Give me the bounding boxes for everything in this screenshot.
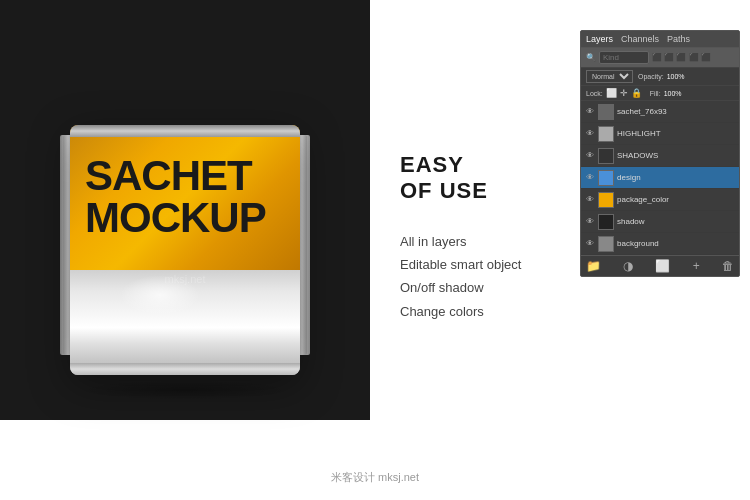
lock-label: Lock: — [586, 90, 603, 97]
opacity-label: Opacity: — [638, 73, 664, 80]
add-mask-icon[interactable]: ⬜ — [655, 259, 670, 273]
sachet-body: SACHET MOCKUP mksj.net — [70, 125, 300, 375]
layer-thumbnail — [598, 236, 614, 252]
layer-row[interactable]: 👁design — [581, 167, 739, 189]
layer-row[interactable]: 👁SHADOWS — [581, 145, 739, 167]
blend-mode-select[interactable]: Normal — [586, 70, 633, 83]
info-panel: Layers Channels Paths 🔍 ⬛ ⬛ ⬛ ⬛ ⬛ Normal… — [370, 0, 750, 500]
lock-icon2[interactable]: ✛ — [620, 88, 628, 98]
layer-visibility-icon[interactable]: 👁 — [585, 151, 595, 160]
sachet-seal-bottom — [70, 363, 300, 375]
layer-name-label: shadow — [617, 217, 735, 226]
sachet-line2: MOCKUP — [85, 197, 285, 239]
layer-visibility-icon[interactable]: 👁 — [585, 239, 595, 248]
layer-row[interactable]: 👁shadow — [581, 211, 739, 233]
opacity-row: Opacity: 100% — [638, 73, 685, 80]
layer-thumbnail — [598, 170, 614, 186]
layers-panel-header: Layers Channels Paths — [581, 31, 739, 48]
layer-rows-container: 👁sachet_76x93👁HIGHLIGHT👁SHADOWS👁design👁p… — [581, 101, 739, 255]
layer-row[interactable]: 👁HIGHLIGHT — [581, 123, 739, 145]
layer-row[interactable]: 👁package_color — [581, 189, 739, 211]
lock-icon1[interactable]: ⬜ — [606, 88, 617, 98]
layers-tab[interactable]: Layers — [586, 34, 613, 44]
add-adjustment-icon[interactable]: ◑ — [623, 259, 633, 273]
channels-tab[interactable]: Channels — [621, 34, 659, 44]
new-layer-icon[interactable]: + — [693, 259, 700, 273]
feature-item: On/off shadow — [400, 276, 720, 299]
lock-icon3[interactable]: 🔒 — [631, 88, 642, 98]
layers-search-row: 🔍 ⬛ ⬛ ⬛ ⬛ ⬛ — [581, 48, 739, 68]
layer-name-label: HIGHLIGHT — [617, 129, 735, 138]
layers-mode-row: Normal Opacity: 100% — [581, 68, 739, 86]
layer-visibility-icon[interactable]: 👁 — [585, 129, 595, 138]
layer-name-label: SHADOWS — [617, 151, 735, 160]
layers-lock-row: Lock: ⬜ ✛ 🔒 Fill: 100% — [581, 86, 739, 101]
sachet-seal-top — [70, 125, 300, 137]
sachet-wrapper: SACHET MOCKUP mksj.net — [60, 115, 310, 385]
layer-visibility-icon[interactable]: 👁 — [585, 107, 595, 116]
watermark: 米客设计 mksj.net — [331, 470, 419, 485]
layer-visibility-icon[interactable]: 👁 — [585, 217, 595, 226]
layer-name-label: package_color — [617, 195, 735, 204]
search-icon: 🔍 — [586, 53, 596, 62]
layer-visibility-icon[interactable]: 👁 — [585, 195, 595, 204]
sachet-text: SACHET MOCKUP — [85, 155, 285, 239]
layers-footer: 📁 ◑ ⬜ + 🗑 — [581, 255, 739, 276]
delete-layer-icon[interactable]: 🗑 — [722, 259, 734, 273]
layers-filter-icons: ⬛ ⬛ ⬛ ⬛ ⬛ — [652, 53, 711, 62]
layer-name-label: background — [617, 239, 735, 248]
paths-tab[interactable]: Paths — [667, 34, 690, 44]
layer-visibility-icon[interactable]: 👁 — [585, 173, 595, 182]
layer-thumbnail — [598, 126, 614, 142]
content-area: SACHET MOCKUP mksj.net Layers Channels P… — [0, 0, 750, 500]
add-layer-set-icon[interactable]: 📁 — [586, 259, 601, 273]
sachet-area: SACHET MOCKUP mksj.net — [0, 0, 370, 500]
layer-name-label: design — [617, 173, 735, 182]
layer-thumbnail — [598, 104, 614, 120]
layer-row[interactable]: 👁sachet_76x93 — [581, 101, 739, 123]
sachet-line1: SACHET — [85, 155, 285, 197]
sachet-shadow — [80, 380, 290, 400]
layer-row[interactable]: 👁background — [581, 233, 739, 255]
opacity-value: 100% — [667, 73, 685, 80]
layers-panel: Layers Channels Paths 🔍 ⬛ ⬛ ⬛ ⬛ ⬛ Normal… — [580, 30, 740, 277]
layer-thumbnail — [598, 148, 614, 164]
layer-name-label: sachet_76x93 — [617, 107, 735, 116]
layers-search-input[interactable] — [599, 51, 649, 64]
fill-value: 100% — [664, 90, 682, 97]
sachet-watermark: mksj.net — [165, 273, 206, 285]
layer-thumbnail — [598, 214, 614, 230]
feature-item: Change colors — [400, 300, 720, 323]
fill-label: Fill: — [650, 90, 661, 97]
layer-thumbnail — [598, 192, 614, 208]
